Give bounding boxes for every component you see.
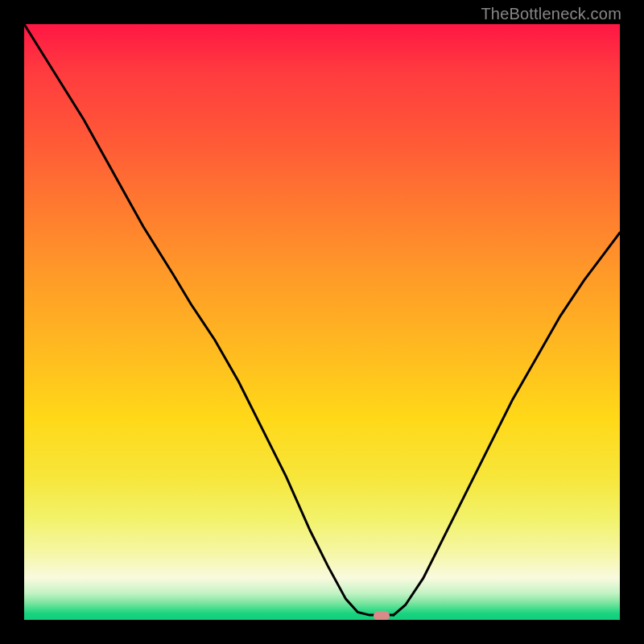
- chart-frame: TheBottleneck.com: [0, 0, 644, 644]
- gradient-background: [24, 24, 620, 620]
- watermark-text: TheBottleneck.com: [481, 5, 621, 23]
- optimum-marker: [374, 611, 390, 620]
- plot-area: [24, 24, 620, 620]
